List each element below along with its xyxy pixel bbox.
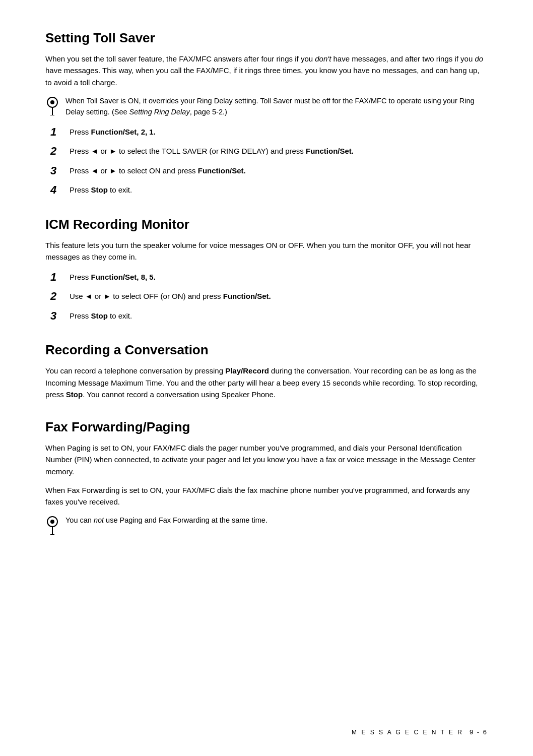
step-text-icm-1: Press Function/Set, 8, 5. <box>70 270 156 283</box>
section-intro-icm: This feature lets you turn the speaker v… <box>45 239 488 263</box>
section-body2-fax: When Fax Forwarding is set to ON, your F… <box>45 484 488 508</box>
section-body1-fax: When Paging is set to ON, your FAX/MFC d… <box>45 442 488 477</box>
footer-label: M E S S A G E C E N T E R <box>352 729 463 736</box>
step-3-toll-saver: 3 Press ◄ or ► to select ON and press Fu… <box>50 164 488 178</box>
step-4-toll-saver: 4 Press Stop to exit. <box>50 183 488 198</box>
note-icon-fax <box>45 516 59 535</box>
step-num-icm-3: 3 <box>50 309 61 324</box>
note-icon-toll-saver <box>45 96 59 115</box>
section-title-fax: Fax Forwarding/Paging <box>45 419 488 435</box>
step-text-1: Press Function/Set, 2, 1. <box>70 125 156 138</box>
step-2-toll-saver: 2 Press ◄ or ► to select the TOLL SAVER … <box>50 144 488 159</box>
footer-page: 9 - 6 <box>470 728 488 736</box>
footer-section: M E S S A G E C E N T E R 9 - 6 <box>352 728 488 736</box>
step-text-3: Press ◄ or ► to select ON and press Func… <box>70 164 246 176</box>
step-text-icm-2: Use ◄ or ► to select OFF (or ON) and pre… <box>70 289 271 302</box>
section-title-toll-saver: Setting Toll Saver <box>45 30 488 46</box>
section-fax-forwarding-paging: Fax Forwarding/Paging When Paging is set… <box>45 419 488 535</box>
note-text-toll-saver: When Toll Saver is ON, it overrides your… <box>65 95 488 118</box>
section-title-icm: ICM Recording Monitor <box>45 217 488 232</box>
step-text-4: Press Stop to exit. <box>70 183 132 196</box>
note-block-fax: You can not use Paging and Fax Forwardin… <box>45 515 488 535</box>
step-num-4: 4 <box>50 183 61 198</box>
step-num-2: 2 <box>50 144 61 159</box>
step-2-icm: 2 Use ◄ or ► to select OFF (or ON) and p… <box>50 289 488 304</box>
section-setting-toll-saver: Setting Toll Saver When you set the toll… <box>45 30 488 198</box>
step-text-2: Press ◄ or ► to select the TOLL SAVER (o… <box>70 144 354 157</box>
footer: M E S S A G E C E N T E R 9 - 6 <box>352 728 488 736</box>
step-num-1: 1 <box>50 125 61 140</box>
steps-icm: 1 Press Function/Set, 8, 5. 2 Use ◄ or ►… <box>50 270 488 324</box>
svg-point-5 <box>50 520 54 524</box>
section-intro-toll-saver: When you set the toll saver feature, the… <box>45 53 488 88</box>
step-text-icm-3: Press Stop to exit. <box>70 309 132 322</box>
section-body-recording: You can record a telephone conversation … <box>45 365 488 400</box>
section-icm-recording-monitor: ICM Recording Monitor This feature lets … <box>45 217 488 323</box>
section-title-recording: Recording a Conversation <box>45 342 488 358</box>
step-3-icm: 3 Press Stop to exit. <box>50 309 488 324</box>
section-recording-conversation: Recording a Conversation You can record … <box>45 342 488 400</box>
step-1-toll-saver: 1 Press Function/Set, 2, 1. <box>50 125 488 140</box>
step-num-icm-2: 2 <box>50 289 61 304</box>
svg-point-1 <box>50 100 54 104</box>
steps-toll-saver: 1 Press Function/Set, 2, 1. 2 Press ◄ or… <box>50 125 488 198</box>
step-num-icm-1: 1 <box>50 270 61 285</box>
step-num-3: 3 <box>50 164 61 178</box>
note-block-toll-saver: When Toll Saver is ON, it overrides your… <box>45 95 488 118</box>
step-1-icm: 1 Press Function/Set, 8, 5. <box>50 270 488 285</box>
note-text-fax: You can not use Paging and Fax Forwardin… <box>65 515 268 526</box>
